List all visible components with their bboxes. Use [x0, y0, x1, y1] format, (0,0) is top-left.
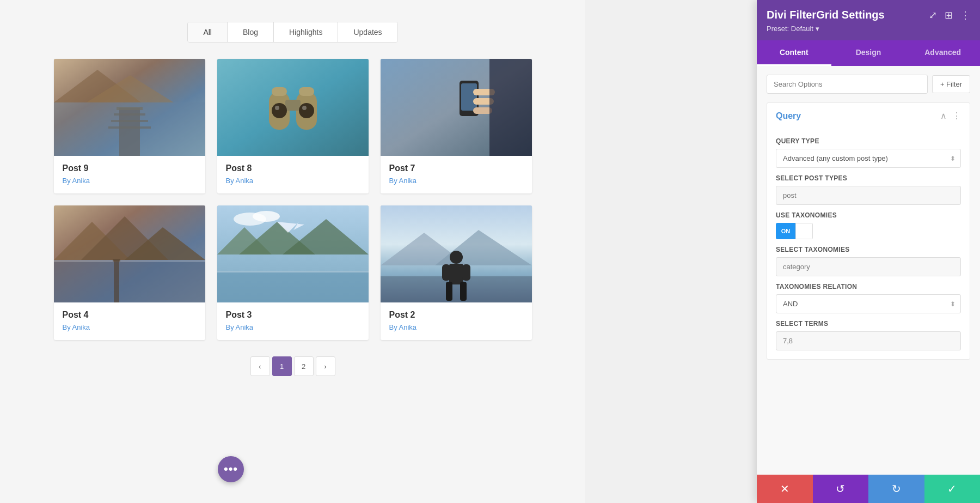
svg-rect-25 — [489, 59, 532, 156]
main-content-area: All Blog Highlights Updates — [0, 0, 585, 503]
post-card-9: Post 9 By Anika — [54, 59, 205, 193]
svg-rect-52 — [460, 282, 467, 301]
svg-point-16 — [302, 106, 307, 110]
svg-rect-30 — [54, 260, 205, 302]
post-author-4: By Anika — [63, 323, 197, 331]
use-taxonomies-label: Use Taxonomies — [776, 211, 961, 219]
select-taxonomies-value[interactable]: category — [776, 257, 961, 276]
post-image-8 — [217, 59, 369, 156]
filter-btn-all[interactable]: All — [188, 22, 228, 42]
svg-point-40 — [253, 211, 280, 222]
query-section-icons: ∧ ⋮ — [940, 111, 961, 121]
query-collapse-icon[interactable]: ∧ — [940, 111, 947, 121]
query-section-title: Query — [776, 111, 801, 121]
filter-bar: All Blog Highlights Updates — [187, 22, 397, 43]
panel-header: Divi FilterGrid Settings ⤢ ⊞ ⋮ Preset: D… — [757, 0, 980, 40]
panel-layout-icon[interactable]: ⊞ — [945, 9, 953, 21]
post-card-3: Post 3 By Anika — [217, 205, 369, 340]
post-author-9: By Anika — [63, 177, 197, 185]
post-card-2: Post 2 By Anika — [381, 205, 532, 340]
tab-advanced[interactable]: Advanced — [905, 40, 980, 66]
post-card-4: Post 4 By Anika — [54, 205, 205, 340]
post-image-7 — [381, 59, 532, 156]
post-image-4 — [54, 205, 205, 302]
search-options-input[interactable] — [767, 75, 928, 94]
svg-rect-33 — [113, 259, 120, 262]
select-terms-value[interactable]: 7,8 — [776, 331, 961, 350]
svg-point-13 — [272, 103, 287, 118]
pagination-prev[interactable]: ‹ — [250, 356, 270, 376]
use-taxonomies-toggle[interactable]: ON — [776, 223, 813, 239]
svg-point-47 — [450, 251, 463, 264]
svg-rect-18 — [299, 87, 314, 96]
post-title-7: Post 7 — [389, 163, 523, 173]
post-info-9: Post 9 By Anika — [54, 156, 205, 193]
panel-body: + Filter Query ∧ ⋮ Query Type Advanced (… — [757, 66, 980, 475]
fab-button[interactable]: ••• — [218, 456, 244, 482]
post-info-2: Post 2 By Anika — [381, 302, 532, 340]
pagination-page-2[interactable]: 2 — [294, 356, 314, 376]
svg-rect-49 — [442, 264, 450, 281]
footer-cancel-btn[interactable]: ✕ — [757, 475, 813, 503]
use-taxonomies-toggle-row: ON — [776, 223, 961, 239]
taxonomies-relation-select[interactable]: ANDOR — [776, 294, 961, 313]
post-card-7: Post 7 By Anika — [381, 59, 532, 193]
query-type-wrapper: Advanced (any custom post type)StandardC… — [776, 149, 961, 168]
query-section-header[interactable]: Query ∧ ⋮ — [767, 103, 970, 129]
footer-reset-btn[interactable]: ↺ — [813, 475, 869, 503]
panel-resize-icon[interactable]: ⤢ — [929, 9, 937, 21]
query-type-select[interactable]: Advanced (any custom post type)StandardC… — [776, 149, 961, 168]
query-more-icon[interactable]: ⋮ — [952, 111, 961, 121]
panel-footer: ✕ ↺ ↻ ✓ — [757, 475, 980, 503]
select-terms-label: Select Terms — [776, 320, 961, 328]
filter-btn-updates[interactable]: Updates — [338, 22, 397, 42]
select-post-types-label: Select Post Types — [776, 174, 961, 182]
svg-rect-42 — [217, 271, 369, 272]
toggle-on-label: ON — [776, 223, 795, 239]
panel-title: Divi FilterGrid Settings — [767, 9, 885, 21]
panel-preset[interactable]: Preset: Default ▾ — [767, 25, 970, 33]
svg-rect-31 — [54, 260, 205, 262]
svg-rect-8 — [54, 102, 205, 156]
svg-point-15 — [275, 106, 279, 110]
filter-add-btn[interactable]: + Filter — [932, 75, 970, 93]
post-title-4: Post 4 — [63, 310, 197, 320]
panel-header-icons: ⤢ ⊞ ⋮ — [929, 9, 970, 21]
post-author-2: By Anika — [389, 323, 523, 331]
post-info-8: Post 8 By Anika — [217, 156, 369, 193]
svg-rect-32 — [114, 260, 119, 302]
post-card-8: Post 8 By Anika — [217, 59, 369, 193]
select-taxonomies-label: Select Taxonomies — [776, 246, 961, 253]
posts-grid: Post 9 By Anika — [54, 59, 532, 340]
post-author-3: By Anika — [226, 323, 360, 331]
panel-header-top: Divi FilterGrid Settings ⤢ ⊞ ⋮ — [767, 9, 970, 21]
post-author-8: By Anika — [226, 177, 360, 185]
svg-rect-12 — [285, 100, 301, 111]
select-post-types-value[interactable]: post — [776, 186, 961, 205]
footer-refresh-btn[interactable]: ↻ — [868, 475, 924, 503]
query-section: Query ∧ ⋮ Query Type Advanced (any custo… — [767, 102, 970, 360]
taxonomies-relation-label: Taxonomies Relation — [776, 283, 961, 290]
tab-content[interactable]: Content — [757, 40, 831, 66]
post-image-9 — [54, 59, 205, 156]
pagination-page-1[interactable]: 1 — [272, 356, 292, 376]
svg-rect-21 — [461, 83, 477, 111]
post-title-3: Post 3 — [226, 310, 360, 320]
footer-confirm-btn[interactable]: ✓ — [924, 475, 981, 503]
search-options-row: + Filter — [767, 75, 970, 94]
panel-more-icon[interactable]: ⋮ — [960, 9, 970, 21]
svg-rect-48 — [449, 264, 463, 284]
filter-btn-blog[interactable]: Blog — [228, 22, 274, 42]
tab-design[interactable]: Design — [831, 40, 906, 66]
filter-btn-highlights[interactable]: Highlights — [274, 22, 338, 42]
settings-panel: Divi FilterGrid Settings ⤢ ⊞ ⋮ Preset: D… — [757, 0, 980, 503]
toggle-off-area — [795, 223, 813, 239]
post-title-8: Post 8 — [226, 163, 360, 173]
svg-point-14 — [299, 103, 314, 118]
svg-rect-17 — [272, 87, 287, 96]
post-title-2: Post 2 — [389, 310, 523, 320]
svg-rect-24 — [473, 107, 492, 114]
query-section-body: Query Type Advanced (any custom post typ… — [767, 129, 970, 359]
post-image-2 — [381, 205, 532, 302]
pagination-next[interactable]: › — [316, 356, 335, 376]
